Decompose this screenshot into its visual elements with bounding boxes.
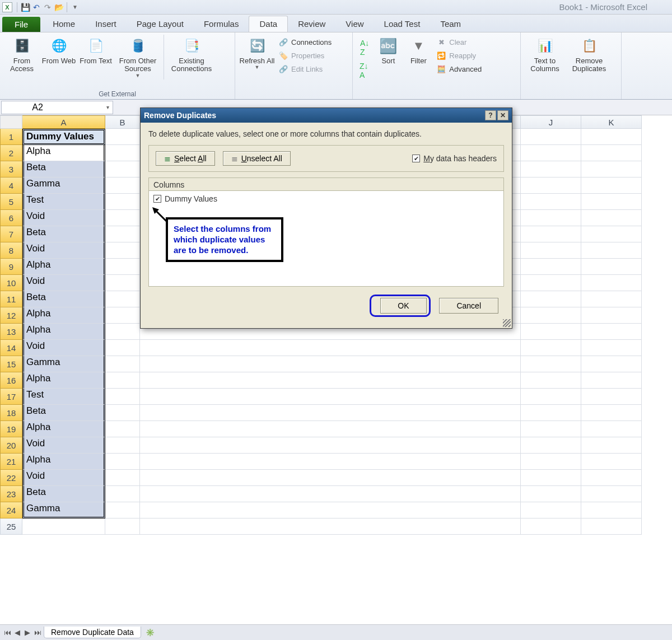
- cell[interactable]: [105, 502, 140, 518]
- checkbox-icon[interactable]: ✔: [412, 155, 420, 162]
- row-header[interactable]: 19: [0, 421, 22, 437]
- sort-button[interactable]: 🔤Sort: [373, 35, 403, 66]
- from-web-button[interactable]: 🌐From Web: [40, 35, 77, 66]
- cell[interactable]: Dummy Values: [22, 129, 105, 145]
- cell[interactable]: Alpha: [22, 454, 105, 470]
- cell[interactable]: [581, 194, 642, 210]
- row-header[interactable]: 9: [0, 259, 22, 275]
- cell[interactable]: Alpha: [22, 421, 105, 437]
- cell[interactable]: [581, 129, 642, 145]
- row-header[interactable]: 18: [0, 405, 22, 421]
- cell[interactable]: [581, 340, 642, 356]
- row-header[interactable]: 23: [0, 486, 22, 502]
- tab-file[interactable]: File: [2, 17, 40, 32]
- cell[interactable]: [521, 194, 581, 210]
- cell[interactable]: Beta: [22, 226, 105, 242]
- cell[interactable]: [581, 242, 642, 259]
- row-header[interactable]: 21: [0, 454, 22, 470]
- advanced-filter-button[interactable]: 🧮Advanced: [433, 63, 485, 75]
- resize-grip-icon[interactable]: [503, 319, 511, 327]
- tab-insert[interactable]: Insert: [85, 16, 127, 32]
- cell[interactable]: [581, 454, 642, 470]
- cell[interactable]: [521, 454, 581, 470]
- checkbox-icon[interactable]: ✔: [153, 195, 161, 203]
- cell[interactable]: [22, 518, 105, 535]
- tab-view[interactable]: View: [335, 16, 374, 32]
- cell[interactable]: [521, 275, 581, 291]
- cell[interactable]: Void: [22, 437, 105, 454]
- row-header[interactable]: 17: [0, 389, 22, 405]
- refresh-all-button[interactable]: 🔄Refresh All▼: [239, 35, 276, 72]
- cell[interactable]: [521, 242, 581, 259]
- tab-nav-prev-icon[interactable]: ◀: [12, 628, 22, 638]
- cell[interactable]: [521, 486, 581, 502]
- tab-load-test[interactable]: Load Test: [374, 16, 431, 32]
- cell[interactable]: [105, 275, 140, 291]
- row-header[interactable]: 7: [0, 226, 22, 242]
- row-header[interactable]: 22: [0, 470, 22, 486]
- cell[interactable]: [521, 307, 581, 324]
- column-checkbox-row[interactable]: ✔ Dummy Values: [153, 194, 499, 203]
- save-icon[interactable]: 💾: [20, 2, 31, 13]
- row-header[interactable]: 12: [0, 307, 22, 324]
- cell[interactable]: [140, 518, 521, 535]
- cell[interactable]: [105, 242, 140, 259]
- from-access-button[interactable]: 🗄️From Access: [3, 35, 40, 74]
- cell[interactable]: Test: [22, 389, 105, 405]
- tab-home[interactable]: Home: [43, 16, 85, 32]
- cell[interactable]: Beta: [22, 486, 105, 502]
- cell[interactable]: Void: [22, 242, 105, 259]
- cell[interactable]: [105, 161, 140, 177]
- cell[interactable]: [581, 437, 642, 454]
- tab-team[interactable]: Team: [430, 16, 471, 32]
- cell[interactable]: [105, 389, 140, 405]
- row-header[interactable]: 20: [0, 437, 22, 454]
- cell[interactable]: [521, 389, 581, 405]
- tab-review[interactable]: Review: [288, 16, 335, 32]
- ok-button[interactable]: OK: [380, 298, 426, 314]
- cell[interactable]: Void: [22, 470, 105, 486]
- cell[interactable]: [521, 210, 581, 226]
- cell[interactable]: Gamma: [22, 356, 105, 372]
- help-button[interactable]: ?: [485, 110, 496, 120]
- cell[interactable]: [581, 210, 642, 226]
- tab-nav-next-icon[interactable]: ▶: [22, 628, 32, 638]
- cell[interactable]: [105, 259, 140, 275]
- row-header[interactable]: 11: [0, 291, 22, 307]
- row-header[interactable]: 16: [0, 372, 22, 389]
- row-header[interactable]: 2: [0, 145, 22, 161]
- cell[interactable]: [521, 518, 581, 535]
- cell[interactable]: [140, 372, 521, 389]
- dialog-titlebar[interactable]: Remove Duplicates ? ✕: [141, 108, 512, 123]
- existing-connections-button[interactable]: 📑Existing Connections: [166, 35, 217, 74]
- cell[interactable]: [140, 421, 521, 437]
- cell[interactable]: Beta: [22, 405, 105, 421]
- cell[interactable]: [581, 307, 642, 324]
- row-header[interactable]: 8: [0, 242, 22, 259]
- close-button[interactable]: ✕: [497, 110, 508, 120]
- cell[interactable]: [140, 340, 521, 356]
- cell[interactable]: Void: [22, 210, 105, 226]
- row-header[interactable]: 15: [0, 356, 22, 372]
- cell[interactable]: [140, 502, 521, 518]
- cell[interactable]: [521, 177, 581, 194]
- cell[interactable]: [581, 405, 642, 421]
- cell[interactable]: [140, 454, 521, 470]
- cell[interactable]: [521, 470, 581, 486]
- cell[interactable]: Gamma: [22, 177, 105, 194]
- sort-desc-icon[interactable]: Z↓A: [356, 60, 373, 81]
- text-to-columns-button[interactable]: 📊Text to Columns: [524, 35, 566, 74]
- cell[interactable]: [140, 389, 521, 405]
- column-header-j[interactable]: J: [521, 115, 581, 129]
- cell[interactable]: [105, 437, 140, 454]
- select-all-corner[interactable]: [0, 115, 22, 129]
- headers-checkbox-label[interactable]: ✔ My data has headers: [412, 154, 497, 163]
- unselect-all-button[interactable]: ≣Unselect All: [223, 151, 291, 166]
- cell[interactable]: [140, 470, 521, 486]
- cell[interactable]: [521, 437, 581, 454]
- cell[interactable]: [581, 226, 642, 242]
- cell[interactable]: [105, 454, 140, 470]
- cell[interactable]: Test: [22, 194, 105, 210]
- cell[interactable]: [581, 389, 642, 405]
- cell[interactable]: [581, 275, 642, 291]
